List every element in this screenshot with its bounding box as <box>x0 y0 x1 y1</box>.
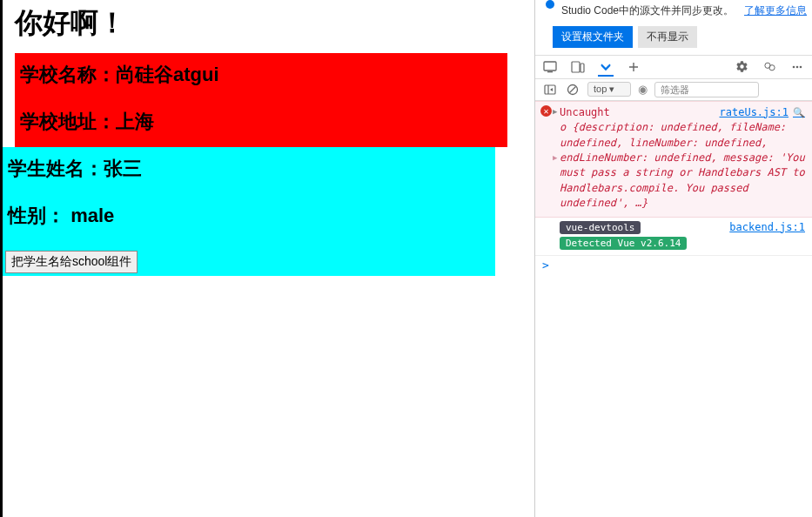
svg-point-8 <box>800 65 802 68</box>
devtools-panel: Studio Code中的源文件并同步更改。 了解更多信息 设置根文件夹 不再显… <box>534 0 812 517</box>
error-title: Uncaught <box>560 106 610 118</box>
student-sex-value: male <box>70 205 114 226</box>
add-tab-icon[interactable] <box>626 59 641 75</box>
svg-rect-1 <box>547 71 553 72</box>
student-sex-row: 性别： male <box>3 194 495 241</box>
school-name-value: 尚硅谷atgui <box>116 64 219 85</box>
school-name-row: 学校名称：尚硅谷atgui <box>15 53 507 100</box>
error-source-link[interactable]: rateUs.js:1 <box>720 105 805 120</box>
student-name-row: 学生姓名：张三 <box>3 147 495 194</box>
vue-devtools-badge: vue-devtools <box>560 221 641 234</box>
student-component: 学生姓名：张三 性别： male 把学生名给school组件 <box>3 147 495 276</box>
devtools-tab-bar <box>535 55 812 79</box>
vscode-source-hint: Studio Code中的源文件并同步更改。 了解更多信息 <box>535 0 812 22</box>
error-x-icon: ✕ <box>540 105 552 117</box>
console-toolbar: top ▾ ◉ <box>535 79 812 101</box>
expand-arrow-icon-2[interactable]: ▶ <box>553 152 557 164</box>
svg-line-12 <box>570 86 576 92</box>
student-name-label: 学生姓名： <box>8 158 104 179</box>
svg-point-6 <box>793 65 795 68</box>
console-filter-input[interactable] <box>654 82 759 97</box>
learn-more-link[interactable]: 了解更多信息 <box>744 3 807 18</box>
live-expression-icon[interactable]: ◉ <box>638 83 648 96</box>
vscode-hint-text: Studio Code中的源文件并同步更改。 <box>561 4 734 17</box>
vscode-hint-buttons: 设置根文件夹 不再显示 <box>535 22 812 55</box>
student-sex-label: 性别： <box>8 205 65 226</box>
svg-rect-0 <box>544 62 556 70</box>
school-addr-label: 学校地址： <box>20 111 116 132</box>
dock-side-icon[interactable] <box>570 59 586 75</box>
student-name-value: 张三 <box>104 158 142 179</box>
svg-rect-2 <box>572 62 580 72</box>
school-addr-value: 上海 <box>116 111 154 132</box>
frame-context-select[interactable]: top ▾ <box>587 82 631 97</box>
pass-name-button[interactable]: 把学生名给school组件 <box>5 251 138 273</box>
sidebar-toggle-icon[interactable] <box>542 82 558 97</box>
app-viewport: 你好啊！ 学校名称：尚硅谷atgui 学校地址：上海 学生姓名：张三 性别： m… <box>0 0 534 517</box>
school-name-label: 学校名称： <box>20 64 116 85</box>
kebab-menu-icon[interactable] <box>789 59 805 75</box>
console-prompt[interactable]: > <box>535 256 812 274</box>
expand-arrow-icon[interactable]: ▶ <box>553 106 557 118</box>
console-error-message[interactable]: ✕ ▶ ▶ rateUs.js:1 Uncaught o {descriptio… <box>535 101 812 218</box>
dismiss-button[interactable]: 不再显示 <box>638 26 697 48</box>
vue-detected-message: backend.js:1 vue-devtools Detected Vue v… <box>535 218 812 256</box>
customize-icon[interactable] <box>762 59 777 75</box>
svg-rect-3 <box>580 64 584 72</box>
more-tabs-icon[interactable] <box>598 61 614 77</box>
vue-version-badge: Detected Vue v2.6.14 <box>560 237 687 250</box>
set-root-folder-button[interactable]: 设置根文件夹 <box>553 26 633 48</box>
device-mode-icon[interactable] <box>542 59 558 75</box>
error-body: o {description: undefined, fileName: und… <box>560 121 805 209</box>
svg-point-5 <box>768 65 774 70</box>
school-component: 学校名称：尚硅谷atgui 学校地址：上海 <box>15 53 507 147</box>
clear-console-icon[interactable] <box>565 82 580 97</box>
info-dot-icon <box>546 0 554 9</box>
svg-point-7 <box>796 65 799 68</box>
page-title: 你好啊！ <box>15 4 534 43</box>
settings-gear-icon[interactable] <box>734 59 749 75</box>
info-source-link[interactable]: backend.js:1 <box>729 221 805 233</box>
console-body: ✕ ▶ ▶ rateUs.js:1 Uncaught o {descriptio… <box>535 101 812 517</box>
school-addr-row: 学校地址：上海 <box>15 100 507 147</box>
